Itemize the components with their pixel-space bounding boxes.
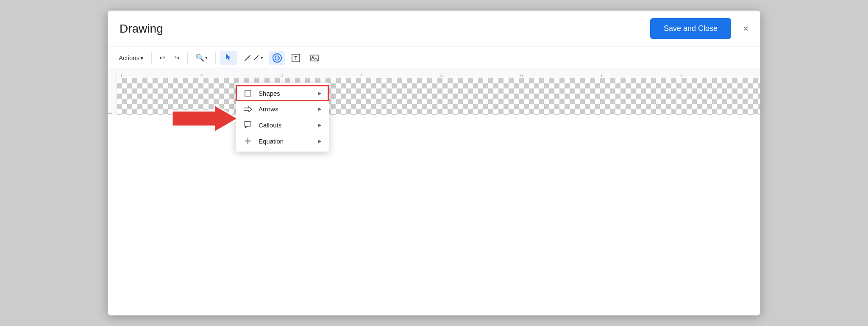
text-tool-icon: T: [291, 53, 300, 63]
svg-marker-0: [226, 54, 231, 61]
svg-marker-8: [172, 105, 238, 132]
toolbar-separator-2: [187, 52, 188, 64]
callouts-menu-icon: [243, 121, 253, 129]
ruler-mark-8: 8: [680, 73, 760, 78]
callouts-menu-label: Callouts: [259, 122, 312, 129]
toolbar-separator-3: [215, 52, 216, 64]
image-tool-icon: [310, 53, 319, 63]
zoom-dropdown-arrow: ▾: [205, 55, 208, 61]
line-tool-icon: [253, 55, 260, 61]
image-tool-button[interactable]: [306, 51, 323, 65]
undo-button[interactable]: ↩: [156, 52, 168, 64]
svg-marker-10: [244, 107, 252, 112]
zoom-icon: 🔍: [195, 53, 204, 62]
arrows-menu-arrow: ▶: [318, 106, 321, 112]
dialog-header: Drawing Save and Close ×: [108, 11, 760, 47]
actions-dropdown-arrow: ▾: [140, 54, 144, 62]
dropdown-menu: Shapes ▶ Arrows ▶: [236, 83, 329, 152]
ruler-mark-7: 7: [601, 73, 681, 78]
equation-menu-icon: [243, 137, 253, 145]
canvas-area: 1 2 3 4 5 6 7 8 1: [108, 69, 760, 315]
ruler-mark-5: 5: [440, 73, 520, 78]
ruler-mark-v1: 1: [108, 112, 112, 115]
ruler-top: 1 2 3 4 5 6 7 8: [117, 69, 760, 78]
menu-item-arrows[interactable]: Arrows ▶: [236, 101, 329, 117]
text-tool-button[interactable]: T: [288, 51, 304, 65]
svg-rect-9: [245, 90, 251, 96]
svg-rect-11: [244, 122, 251, 126]
menu-item-shapes[interactable]: Shapes ▶: [236, 85, 329, 101]
equation-menu-arrow: ▶: [318, 138, 321, 144]
select-tool-button[interactable]: [220, 51, 237, 65]
equation-menu-label: Equation: [259, 138, 312, 145]
save-close-button[interactable]: Save and Close: [650, 18, 731, 39]
svg-line-1: [254, 55, 259, 60]
line-tool-button[interactable]: ▾: [239, 52, 267, 64]
actions-label: Actions: [119, 54, 139, 61]
line-icon: [245, 55, 250, 61]
menu-item-equation[interactable]: Equation ▶: [236, 133, 329, 149]
toolbar: Actions ▾ ↩ ↪ 🔍 ▾: [108, 47, 760, 69]
actions-button[interactable]: Actions ▾: [115, 52, 147, 64]
ruler-mark-3: 3: [281, 73, 361, 78]
drawing-dialog: Drawing Save and Close × Actions ▾ ↩ ↪ 🔍…: [108, 11, 760, 315]
drawing-canvas[interactable]: Shapes ▶ Arrows ▶: [117, 78, 760, 115]
ruler-left: 1: [108, 78, 117, 115]
insert-shapes-button[interactable]: [269, 51, 285, 65]
redo-icon: ↪: [174, 54, 180, 62]
close-icon[interactable]: ×: [743, 24, 748, 33]
toolbar-separator-1: [151, 52, 152, 64]
undo-icon: ↩: [159, 54, 165, 62]
shapes-menu-label: Shapes: [259, 90, 312, 97]
ruler-mark-6: 6: [520, 73, 601, 78]
arrows-menu-label: Arrows: [259, 105, 312, 113]
insert-shapes-icon: [273, 53, 282, 63]
redo-button[interactable]: ↪: [171, 52, 183, 64]
red-arrow-annotation: [172, 102, 240, 137]
dialog-title: Drawing: [120, 22, 163, 36]
ruler-mark-2: 2: [200, 73, 281, 78]
shapes-menu-arrow: ▶: [318, 91, 321, 96]
cursor-icon: [224, 53, 233, 63]
zoom-button[interactable]: 🔍 ▾: [192, 51, 211, 64]
ruler-mark-1: 1: [120, 73, 200, 78]
line-dropdown-arrow: ▾: [261, 55, 263, 61]
shapes-menu-icon: [243, 89, 253, 97]
menu-item-callouts[interactable]: Callouts ▶: [236, 117, 329, 133]
svg-text:T: T: [295, 55, 298, 61]
callouts-menu-arrow: ▶: [318, 122, 321, 128]
ruler-corner: [108, 69, 117, 78]
arrows-menu-icon: [243, 106, 253, 112]
ruler-mark-4: 4: [360, 73, 440, 78]
